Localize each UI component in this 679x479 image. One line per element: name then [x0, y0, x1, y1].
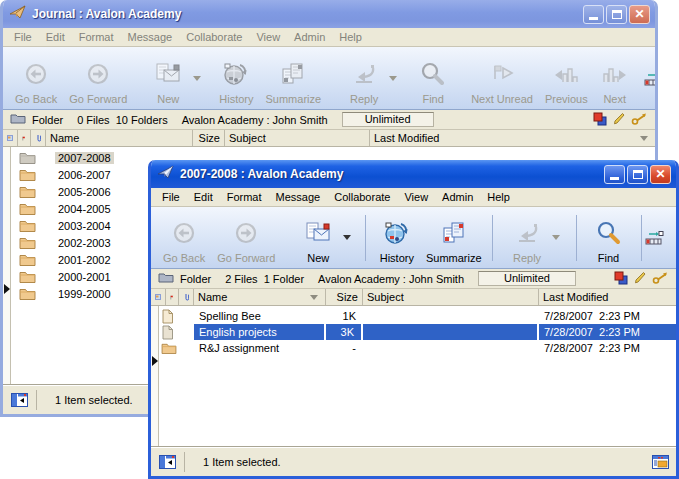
menu-edit[interactable]: Edit	[187, 190, 220, 204]
menu-collaborate[interactable]: Collaborate	[179, 30, 249, 44]
folder-icon	[19, 219, 39, 232]
titlebar-journal[interactable]: Journal : Avalon Academy ✕	[3, 0, 655, 28]
reply-button[interactable]: Reply	[343, 50, 385, 107]
go-forward-button[interactable]: Go Forward	[63, 50, 133, 107]
attachment-column-icon[interactable]	[179, 289, 194, 305]
history-button[interactable]: History	[374, 210, 420, 266]
reply-dropdown-arrow[interactable]	[548, 235, 564, 240]
close-button[interactable]: ✕	[650, 165, 671, 184]
summarize-button[interactable]: Summarize	[260, 50, 328, 107]
menu-message[interactable]: Message	[121, 30, 180, 44]
item-subject	[363, 324, 539, 340]
item-modified: 7/28/2007 2:23 PM	[539, 324, 676, 340]
key-pen-icon[interactable]	[652, 272, 669, 286]
attachment-column-icon[interactable]	[31, 130, 46, 146]
envelope-column-icon[interactable]	[151, 289, 166, 305]
status-text: 1 Item selected.	[203, 456, 281, 468]
quota-field: Unlimited	[342, 112, 434, 127]
reply-dropdown-arrow[interactable]	[385, 76, 401, 81]
next-unread-button[interactable]: Next Unread	[465, 50, 539, 107]
new-icon	[303, 217, 333, 251]
menu-file[interactable]: File	[155, 190, 187, 204]
maximize-button[interactable]	[606, 5, 627, 24]
item-row[interactable]: R&J assignment - 7/28/2007 2:23 PM	[151, 340, 676, 356]
folder-name: 1999-2000	[55, 288, 114, 300]
pane-toggle-icon[interactable]	[11, 393, 28, 407]
reply-icon	[349, 58, 379, 92]
item-row-selected[interactable]: English projects 3K 7/28/2007 2:23 PM	[151, 324, 676, 340]
pane-splitter-handle[interactable]	[4, 284, 10, 294]
pane-splitter-handle[interactable]	[152, 356, 158, 366]
new-button[interactable]: New	[297, 210, 339, 266]
folder-name: 2002-2003	[55, 237, 114, 249]
menu-help[interactable]: Help	[480, 190, 517, 204]
go-forward-button[interactable]: Go Forward	[211, 210, 281, 266]
close-button[interactable]: ✕	[629, 5, 650, 24]
owner-label: Avalon Academy : John Smith	[318, 273, 464, 285]
column-name[interactable]: Name	[46, 130, 193, 146]
pane-toggle-icon[interactable]	[159, 455, 176, 469]
next-icon	[600, 58, 630, 92]
column-last-modified[interactable]: Last Modified	[370, 130, 655, 146]
column-size[interactable]: Size	[193, 130, 225, 146]
folder-icon	[19, 185, 39, 198]
menu-admin[interactable]: Admin	[287, 30, 332, 44]
item-modified: 7/28/2007 2:23 PM	[539, 308, 676, 324]
next-button[interactable]: Next	[594, 50, 636, 107]
find-button[interactable]: Find	[413, 50, 453, 107]
reply-button[interactable]: Reply	[506, 210, 548, 266]
pane-rail	[151, 306, 159, 446]
window-2007-2008: 2007-2008 : Avalon Academy ✕ File Edit F…	[148, 160, 679, 479]
status-text: 1 Item selected.	[55, 394, 133, 406]
summarize-button[interactable]: Summarize	[420, 210, 488, 266]
minimize-button[interactable]	[604, 165, 625, 184]
item-row[interactable]: Spelling Bee 1K 7/28/2007 2:23 PM	[151, 308, 676, 324]
column-size[interactable]: Size	[326, 289, 363, 305]
menu-view[interactable]: View	[397, 190, 435, 204]
go-back-button[interactable]: Go Back	[157, 210, 211, 266]
key-pen-icon[interactable]	[631, 113, 648, 127]
menu-format[interactable]: Format	[220, 190, 269, 204]
sort-arrow-icon[interactable]	[640, 136, 648, 141]
status-bar: 1 Item selected.	[151, 446, 676, 476]
folder-name: 2000-2001	[55, 271, 114, 283]
envelope-column-icon[interactable]	[3, 130, 18, 146]
menu-admin[interactable]: Admin	[435, 190, 480, 204]
new-button[interactable]: New	[147, 50, 189, 107]
menu-edit[interactable]: Edit	[39, 30, 72, 44]
edit-pencil-icon[interactable]	[613, 112, 625, 128]
titlebar-2007-2008[interactable]: 2007-2008 : Avalon Academy ✕	[151, 160, 676, 188]
flag-column-icon[interactable]	[18, 130, 31, 146]
go-back-icon	[170, 217, 198, 251]
menu-view[interactable]: View	[249, 30, 287, 44]
minimize-button[interactable]	[583, 5, 604, 24]
history-button[interactable]: History	[213, 50, 259, 107]
maximize-button[interactable]	[627, 165, 648, 184]
menu-file[interactable]: File	[7, 30, 39, 44]
menu-collaborate[interactable]: Collaborate	[327, 190, 397, 204]
new-dropdown-arrow[interactable]	[339, 235, 355, 240]
menu-format[interactable]: Format	[72, 30, 121, 44]
column-name[interactable]: Name	[194, 289, 326, 305]
edit-pencil-icon[interactable]	[634, 271, 646, 287]
permissions-icon[interactable]	[593, 112, 607, 128]
new-dropdown-arrow[interactable]	[189, 76, 205, 81]
column-subject[interactable]: Subject	[363, 289, 539, 305]
flag-column-icon[interactable]	[166, 289, 179, 305]
menu-bar: File Edit Format Message Collaborate Vie…	[151, 188, 676, 207]
sort-arrow-icon[interactable]	[310, 295, 318, 300]
go-back-button[interactable]: Go Back	[9, 50, 63, 107]
menu-help[interactable]: Help	[332, 30, 369, 44]
column-header-row: Name Size Subject Last Modified	[3, 130, 655, 147]
menu-message[interactable]: Message	[269, 190, 328, 204]
permissions-icon[interactable]	[614, 271, 628, 287]
summary-pane-toggle-icon[interactable]	[652, 455, 669, 469]
column-last-modified[interactable]: Last Modified	[539, 289, 676, 305]
connection-status-icon[interactable]	[644, 50, 658, 107]
find-button[interactable]: Find	[589, 210, 629, 266]
previous-button[interactable]: Previous	[539, 50, 594, 107]
column-subject[interactable]: Subject	[225, 130, 370, 146]
connection-status-icon[interactable]	[645, 210, 670, 266]
folder-name: 2004-2005	[55, 203, 114, 215]
item-modified: 7/28/2007 2:23 PM	[539, 340, 676, 356]
